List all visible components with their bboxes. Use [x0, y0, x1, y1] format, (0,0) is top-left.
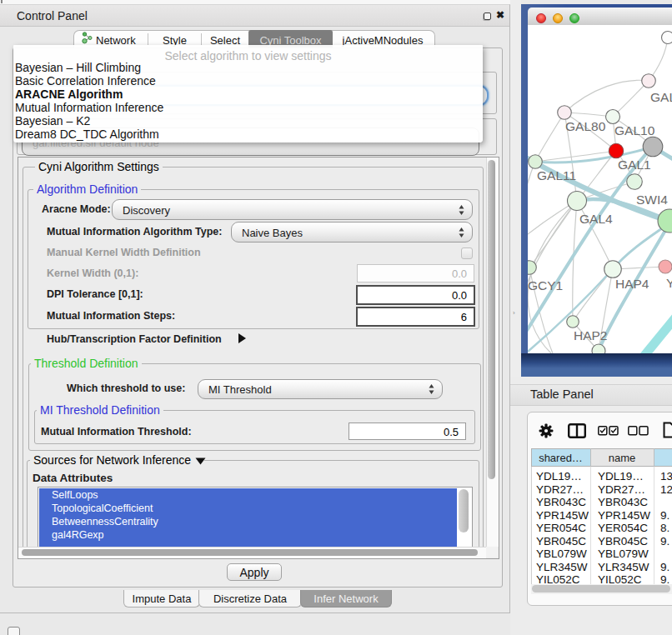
- svg-text:HAP2: HAP2: [574, 328, 608, 342]
- svg-text:GAL4: GAL4: [579, 212, 613, 226]
- svg-text:GAL10: GAL10: [614, 123, 655, 138]
- svg-text:Y: Y: [666, 276, 672, 290]
- svg-text:GCY1: GCY1: [528, 278, 563, 292]
- svg-text:HAP4: HAP4: [615, 277, 649, 291]
- svg-text:GAL11: GAL11: [537, 168, 576, 182]
- svg-text:GAL80: GAL80: [565, 119, 606, 133]
- svg-text:SWI4: SWI4: [636, 192, 668, 207]
- svg-text:GAL8: GAL8: [650, 90, 672, 104]
- svg-text:GAL1: GAL1: [618, 158, 651, 172]
